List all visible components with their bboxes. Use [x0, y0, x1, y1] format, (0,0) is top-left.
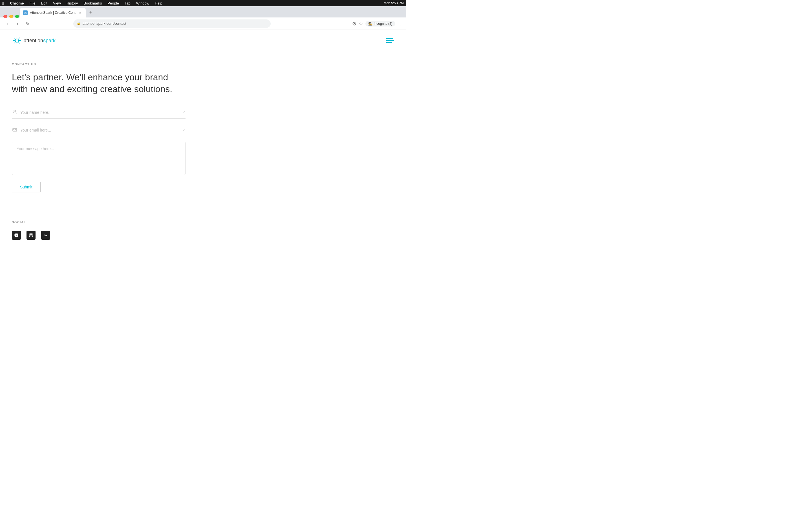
email-icon: [12, 128, 17, 132]
menu-view[interactable]: View: [50, 1, 64, 5]
message-field-container: [12, 142, 186, 175]
menu-bar-time: Mon 5:53 PM: [384, 1, 404, 5]
name-check-icon: ✓: [182, 110, 186, 115]
person-icon: [12, 110, 17, 115]
svg-line-6: [18, 42, 20, 43]
linkedin-icon: in: [44, 233, 47, 237]
svg-rect-11: [29, 233, 33, 237]
hamburger-line-1: [386, 38, 393, 39]
site-header: attentionspark: [0, 30, 406, 51]
security-lock-icon: 🔒: [77, 22, 81, 25]
hamburger-line-3: [386, 42, 392, 43]
menu-tab[interactable]: Tab: [122, 1, 133, 5]
name-field-container: ✓: [12, 106, 186, 119]
menu-bar-right: Mon 5:53 PM: [384, 1, 404, 5]
minimize-button[interactable]: [9, 15, 13, 18]
forward-button[interactable]: ›: [13, 20, 21, 27]
svg-point-0: [15, 39, 18, 42]
svg-line-7: [18, 38, 20, 39]
name-input[interactable]: [20, 110, 179, 115]
logo-attention: attention: [24, 38, 43, 43]
hamburger-menu-button[interactable]: [386, 38, 394, 43]
page-content: attentionspark CONTACT US Let's partner.…: [0, 30, 406, 283]
logo-text: attentionspark: [24, 38, 56, 44]
contact-form: ✓ ✓ Submit: [12, 106, 186, 192]
new-tab-button[interactable]: +: [87, 8, 95, 16]
instagram-button[interactable]: [27, 231, 36, 240]
menu-bookmarks[interactable]: Bookmarks: [81, 1, 105, 5]
menu-help[interactable]: Help: [152, 1, 165, 5]
url-text: attentionspark.com/contact: [82, 21, 126, 25]
svg-line-8: [14, 42, 15, 43]
youtube-button[interactable]: [12, 231, 21, 240]
hamburger-line-2: [386, 40, 394, 41]
bookmark-icon[interactable]: ☆: [359, 20, 363, 27]
svg-rect-10: [13, 128, 17, 131]
email-field-container: ✓: [12, 124, 186, 136]
menu-chrome[interactable]: Chrome: [7, 1, 27, 5]
apple-menu[interactable]: : [2, 1, 4, 6]
logo-icon: [12, 36, 22, 46]
menu-history[interactable]: History: [64, 1, 81, 5]
contact-section-label: CONTACT US: [12, 62, 186, 66]
mac-menu-bar:  Chrome File Edit View History Bookmark…: [0, 0, 406, 6]
menu-file[interactable]: File: [27, 1, 38, 5]
tab-close-button[interactable]: ×: [78, 10, 82, 15]
incognito-badge: 🕵 Incognito (2): [365, 21, 395, 26]
email-check-icon: ✓: [182, 128, 186, 132]
incognito-label: Incognito (2): [373, 22, 393, 25]
email-input[interactable]: [20, 128, 179, 132]
linkedin-button[interactable]: in: [41, 231, 50, 240]
maximize-button[interactable]: [15, 15, 19, 18]
message-textarea[interactable]: [17, 147, 181, 169]
address-bar: ‹ › ↻ 🔒 attentionspark.com/contact ⊘ ☆ 🕵…: [0, 17, 406, 30]
main-content: CONTACT US Let's partner. We'll enhance …: [0, 51, 197, 204]
cast-icon[interactable]: ⊘: [352, 20, 356, 27]
menu-edit[interactable]: Edit: [38, 1, 50, 5]
tab-title: AttentionSpark | Creative Cont: [30, 11, 75, 15]
social-section-label: SOCIAL: [12, 221, 394, 224]
tab-favicon: aS: [23, 10, 28, 15]
menu-people[interactable]: People: [105, 1, 121, 5]
menu-window[interactable]: Window: [133, 1, 152, 5]
social-section: SOCIAL in: [0, 204, 406, 251]
menu-bar-items: Chrome File Edit View History Bookmarks …: [7, 1, 384, 5]
url-bar[interactable]: 🔒 attentionspark.com/contact: [73, 19, 271, 28]
traffic-lights: [3, 15, 19, 18]
active-tab[interactable]: aS AttentionSpark | Creative Cont ×: [20, 8, 86, 17]
more-menu-button[interactable]: ⋮: [398, 20, 403, 27]
logo-spark: spark: [43, 38, 56, 43]
social-icons: in: [12, 231, 394, 240]
incognito-icon: 🕵: [368, 22, 372, 25]
svg-point-12: [30, 234, 32, 236]
svg-line-5: [14, 38, 15, 39]
svg-point-9: [14, 110, 15, 112]
contact-headline: Let's partner. We'll enhance your brand …: [12, 71, 186, 95]
close-button[interactable]: [3, 15, 7, 18]
address-bar-right: ⊘ ☆ 🕵 Incognito (2) ⋮: [352, 20, 403, 27]
back-button[interactable]: ‹: [3, 20, 11, 27]
submit-button[interactable]: Submit: [12, 182, 41, 192]
reload-button[interactable]: ↻: [24, 20, 32, 27]
svg-point-13: [32, 234, 32, 234]
logo[interactable]: attentionspark: [12, 36, 56, 46]
